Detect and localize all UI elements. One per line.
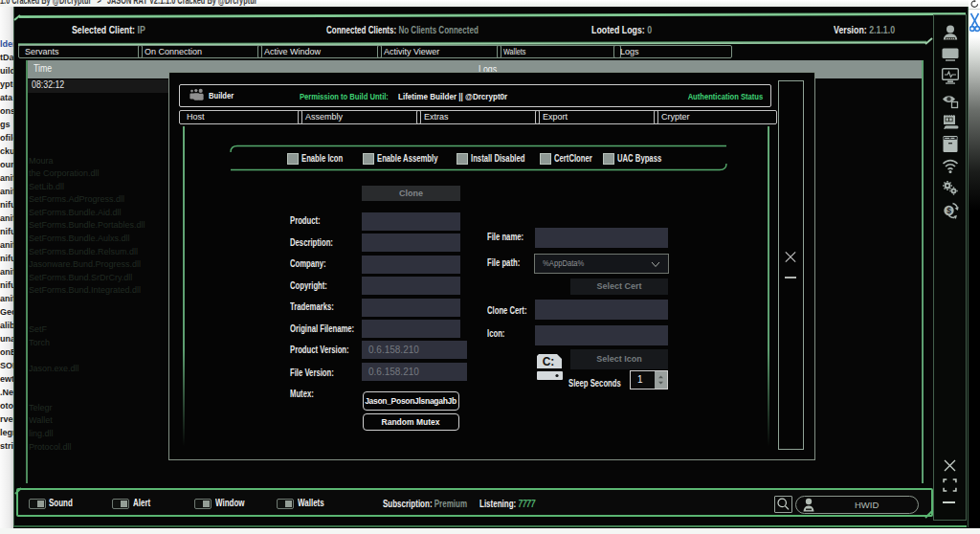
svg-text:C:: C: <box>543 355 555 368</box>
svg-text:$: $ <box>947 206 951 215</box>
